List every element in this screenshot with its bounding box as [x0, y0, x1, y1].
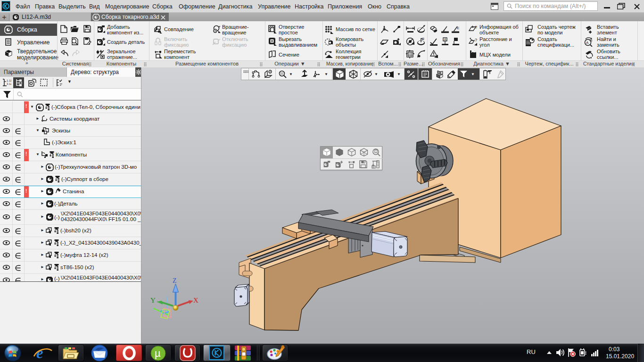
svg-text:Z: Z: [173, 277, 177, 284]
svg-text:e: e: [36, 345, 43, 361]
svg-text:X: X: [193, 296, 198, 304]
svg-text:1.11: 1.11: [7, 79, 11, 82]
svg-text:Y: Y: [150, 296, 156, 304]
svg-text:µ: µ: [155, 347, 161, 359]
svg-text:3.12: 3.12: [7, 82, 11, 85]
